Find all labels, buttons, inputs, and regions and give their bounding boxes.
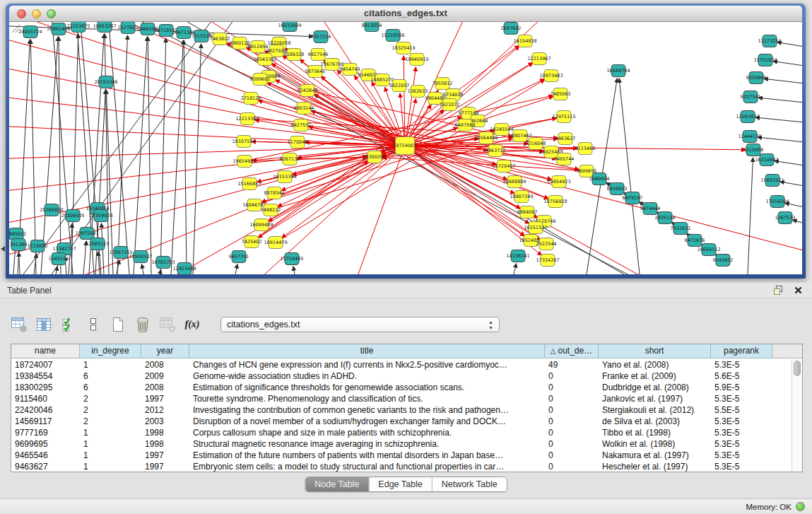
graph-node[interactable]: 2522544 [536,238,557,250]
graph-node[interactable]: 18724007 [393,137,416,155]
graph-node[interactable]: 8912954 [248,41,269,53]
graph-node[interactable]: 9329968 [746,72,767,84]
graph-node[interactable]: 9884067 [517,206,538,218]
graph-node[interactable]: 5822057 [389,80,410,92]
graph-node[interactable]: 8454749 [340,64,360,76]
float-panel-icon[interactable] [771,285,785,296]
table-row[interactable]: 911546021997Tourette syndrome. Phenomeno… [11,393,791,404]
graph-node[interactable]: 17016504 [765,196,789,208]
table-row[interactable]: 2242004622012Investigating the contribut… [11,404,791,416]
graph-node[interactable]: 1845031 [9,228,26,240]
graph-node[interactable]: 7515526 [192,30,212,42]
graph-node[interactable]: 9115460 [575,143,596,155]
zoom-window-button[interactable] [47,9,56,18]
table-row[interactable]: 969969511998Structural magnetic resonanc… [11,438,791,450]
table-row[interactable]: 1456911722003Disruption of a novel membe… [11,416,791,427]
delete-table-icon[interactable] [158,316,177,333]
graph-node[interactable]: 6216048 [526,138,546,150]
graph-node[interactable]: 11173254 [758,35,781,47]
graph-node[interactable]: 1115680 [28,240,48,252]
new-file-icon[interactable] [109,316,127,333]
delete-trash-icon[interactable] [134,316,152,333]
graph-node[interactable]: 2803144 [294,103,314,115]
tab-edge-table[interactable]: Edge Table [368,477,431,491]
graph-node[interactable]: 391394 [10,239,28,251]
network-canvas[interactable]: 1872400774638229860128891295418226058982… [9,22,802,274]
table-row[interactable]: 946362711997Embryonic stem cells: a mode… [11,461,791,472]
graph-node[interactable]: 9457791 [229,251,249,263]
graph-node[interactable]: 6479197 [623,192,643,204]
resize-grip-icon[interactable] [9,22,20,33]
graph-node[interactable]: 9242848 [298,85,318,97]
row-height-icon[interactable] [84,316,102,333]
graph-node[interactable]: 15218506 [381,30,404,42]
graph-node[interactable]: 10653287 [93,22,116,33]
column-header-title[interactable]: title [189,344,545,358]
graph-node[interactable]: 2687682 [501,23,522,35]
graph-node[interactable]: 19654923 [547,176,570,188]
graph-node[interactable]: 12923448 [172,263,196,275]
graph-node[interactable]: 15166857 [237,178,261,190]
graph-node[interactable]: 9495744 [554,153,575,165]
table-row[interactable]: 977716911998Corpus callosum shape and si… [11,427,791,438]
graph-node[interactable]: 1621072 [440,99,460,111]
scrollbar-thumb[interactable] [794,361,801,376]
table-options-icon[interactable] [10,316,28,333]
graph-node[interactable]: 8813054 [362,22,382,32]
graph-node[interactable]: 12093832 [736,111,759,123]
graph-node[interactable]: 1167533 [775,212,796,224]
graph-node[interactable]: 6497568 [455,119,476,132]
graph-node[interactable]: 1145194 [49,253,69,265]
table-selector-dropdown[interactable]: citations_edges.txt ▲▼ [220,317,500,332]
graph-node[interactable]: 8471676 [685,235,705,247]
graph-node[interactable]: 12444139 [738,131,761,143]
window-titlebar[interactable]: citations_edges.txt [9,6,802,22]
graph-node[interactable]: 24055724 [18,26,42,38]
graph-node[interactable]: 18640910 [405,54,428,66]
close-panel-icon[interactable] [791,285,805,296]
table-row[interactable]: 1938455462009Genome-wide association stu… [11,370,791,382]
graph-node[interactable]: 15718485 [280,253,303,265]
graph-node[interactable]: 9399601 [250,74,271,86]
graph-node[interactable]: 16648784 [606,65,630,77]
graph-node[interactable]: 18807249 [510,191,533,203]
graph-node[interactable]: 12213967 [527,53,551,65]
graph-node[interactable]: 15751874 [753,54,777,66]
graph-node[interactable]: 3498222 [261,204,281,216]
graph-node[interactable]: 8186328 [284,49,305,61]
graph-node[interactable]: 1527802 [118,22,139,34]
graph-node[interactable]: 12975115 [552,111,575,123]
graph-node[interactable]: 9427552 [291,119,312,132]
graph-node[interactable]: 14136141 [506,250,529,262]
memory-status-indicator[interactable] [796,502,805,511]
table-row[interactable]: 946554611997Estimation of the future num… [11,450,791,461]
graph-node[interactable]: 18325419 [392,42,415,54]
graph-node[interactable]: 10756928 [543,196,567,208]
close-window-button[interactable] [17,9,26,18]
select-rows-icon[interactable] [59,316,78,333]
graph-node[interactable]: 2935114 [655,212,676,224]
minimize-window-button[interactable] [32,9,41,18]
graph-node[interactable]: 7357224 [311,31,331,43]
graph-node[interactable]: 17334267 [536,255,559,267]
graph-node[interactable]: 25260650 [40,204,63,216]
graph-node[interactable]: 16154838 [513,35,536,47]
graph-node[interactable]: 9474444 [640,203,661,215]
column-header-pagerank[interactable]: pagerank [711,344,772,358]
panel-collapse-arrow-icon[interactable] [1,246,5,252]
graph-node[interactable]: 9860128 [230,37,250,49]
column-header-short[interactable]: short [599,344,711,358]
tab-node-table[interactable]: Node Table [305,477,368,491]
graph-node[interactable]: 8878344 [264,187,285,199]
table-row[interactable]: 1830029562008Estimation of significance … [11,382,791,393]
graph-node[interactable]: 12505115 [86,238,109,250]
graph-node[interactable]: 12213389 [235,113,259,125]
tab-network-table[interactable]: Network Table [432,477,507,491]
graph-node[interactable]: 7832621 [671,223,691,235]
show-column-icon[interactable] [35,316,53,333]
graph-node[interactable]: 9463627 [555,133,576,145]
vertical-scrollbar[interactable] [792,359,802,472]
graph-node[interactable]: 1640954 [589,173,610,185]
graph-node[interactable]: 9227341 [741,91,761,103]
graph-node[interactable]: 1170046 [288,136,308,148]
